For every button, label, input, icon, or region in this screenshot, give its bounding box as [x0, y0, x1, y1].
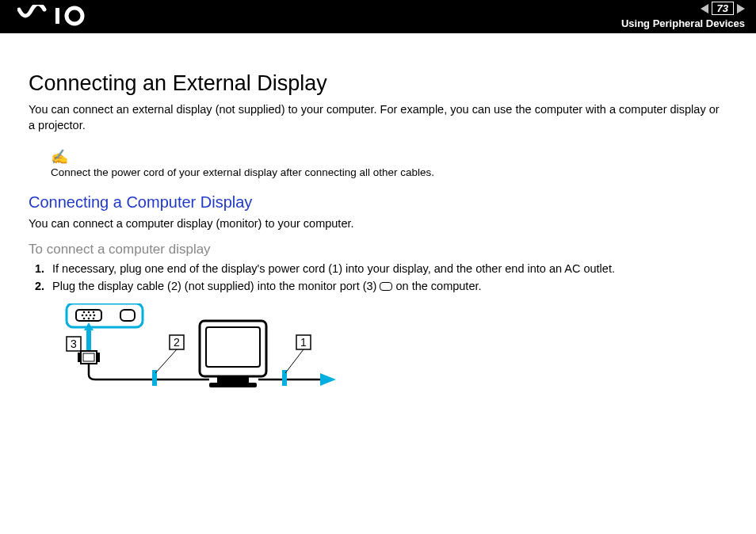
callout-3: 3 [71, 338, 77, 350]
svg-rect-0 [55, 8, 59, 24]
procedure-title: To connect a computer display [29, 242, 727, 257]
svg-rect-14 [120, 310, 135, 321]
svg-point-5 [86, 314, 88, 316]
sub-intro: You can connect a computer display (moni… [29, 216, 727, 232]
prev-page-arrow-icon[interactable] [701, 4, 708, 13]
svg-rect-27 [209, 383, 257, 387]
svg-point-13 [93, 317, 95, 319]
callout-1: 1 [300, 336, 307, 349]
svg-marker-29 [320, 373, 336, 386]
note-icon: ✍ [51, 147, 727, 167]
subheading: Connecting a Computer Display [29, 193, 727, 212]
svg-rect-20 [97, 353, 100, 362]
vaio-logo [17, 5, 97, 30]
intro-paragraph: You can connect an external display (not… [29, 102, 727, 133]
section-label: Using Peripheral Devices [621, 17, 745, 29]
page-number: 73 [712, 2, 734, 15]
svg-line-23 [155, 349, 177, 373]
svg-point-10 [93, 311, 95, 313]
step-1: If necessary, plug one end of the displa… [48, 262, 727, 275]
monitor-port-icon [380, 282, 392, 291]
connection-diagram: 3 2 1 [59, 303, 727, 402]
svg-point-11 [83, 317, 86, 319]
next-page-arrow-icon[interactable] [737, 4, 745, 13]
step-list: If necessary, plug one end of the displa… [29, 262, 727, 292]
svg-point-6 [90, 314, 92, 316]
page-content: Connecting an External Display You can c… [0, 33, 756, 402]
svg-rect-26 [217, 376, 249, 383]
note-text: Connect the power cord of your external … [51, 166, 434, 178]
callout-2: 2 [174, 336, 180, 349]
svg-rect-25 [206, 327, 260, 367]
svg-point-4 [82, 314, 84, 316]
svg-point-9 [88, 311, 90, 313]
svg-point-7 [94, 314, 96, 316]
svg-point-12 [88, 317, 90, 319]
note-block: ✍ Connect the power cord of your externa… [51, 147, 727, 181]
page-navigator: 73 [701, 2, 745, 15]
svg-point-1 [67, 8, 82, 24]
step-2: Plug the display cable (2) (not supplied… [48, 280, 727, 292]
header-bar: 73 Using Peripheral Devices [0, 0, 756, 33]
svg-line-31 [285, 349, 304, 373]
page-title: Connecting an External Display [29, 71, 727, 96]
svg-rect-19 [78, 353, 81, 362]
svg-rect-2 [67, 303, 143, 327]
step-2-text-b: on the computer. [396, 280, 482, 292]
svg-point-8 [83, 311, 86, 313]
step-2-text-a: Plug the display cable (2) (not supplied… [52, 280, 380, 292]
